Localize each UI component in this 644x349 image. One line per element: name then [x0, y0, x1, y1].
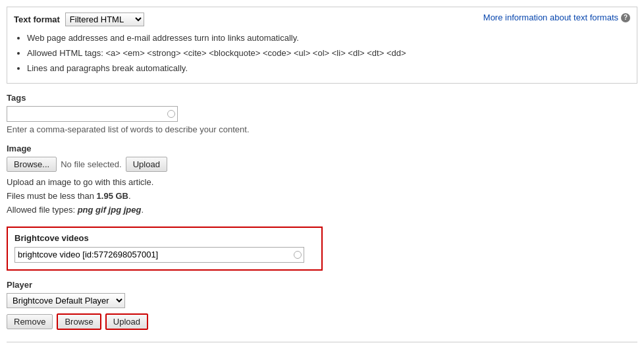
text-format-header: Text format Filtered HTMLFull HTMLPlain …: [14, 13, 630, 26]
tags-input-wrapper: [7, 106, 178, 122]
tags-section: Tags Enter a comma-separated list of wor…: [0, 93, 644, 144]
upload-info: Upload an image to go with this article.…: [7, 176, 637, 217]
upload-info-line3: Allowed file types:: [7, 205, 78, 215]
player-label: Player: [7, 280, 637, 290]
file-upload-row: Browse... No file selected. Upload: [7, 157, 637, 172]
brightcove-box: Brightcove videos: [7, 227, 323, 271]
text-format-select-wrapper[interactable]: Filtered HTMLFull HTMLPlain text: [65, 13, 144, 26]
brightcove-circle-icon: [294, 251, 302, 259]
player-select-wrapper[interactable]: Brightcove Default PlayerPlayer 2Player …: [7, 293, 125, 308]
format-info-item-1: Web page addresses and e-mail addresses …: [27, 32, 630, 45]
tags-hint: Enter a comma-separated list of words to…: [7, 124, 637, 134]
player-buttons-row: Remove Browse Upload: [7, 313, 637, 330]
image-upload-button[interactable]: Upload: [126, 157, 167, 172]
player-select[interactable]: Brightcove Default PlayerPlayer 2Player …: [7, 293, 125, 308]
format-info-item-2: Allowed HTML tags: <a> <em> <strong> <ci…: [27, 47, 630, 61]
format-info-list: Web page addresses and e-mail addresses …: [14, 32, 630, 75]
remove-button[interactable]: Remove: [7, 314, 53, 329]
help-icon: ?: [621, 13, 630, 22]
file-size: 1.95 GB: [97, 191, 128, 201]
player-section: Player Brightcove Default PlayerPlayer 2…: [0, 280, 644, 339]
bottom-divider: [7, 342, 637, 342]
file-types: png gif jpg jpeg: [78, 205, 142, 215]
brightcove-title: Brightcove videos: [14, 233, 315, 243]
player-browse-button[interactable]: Browse: [57, 313, 101, 330]
brightcove-input-wrapper: [14, 247, 304, 263]
image-browse-button[interactable]: Browse...: [7, 157, 57, 172]
tags-circle-icon: [167, 110, 175, 118]
tags-label: Tags: [7, 93, 637, 103]
more-info-link-text: More information about text formats: [483, 13, 618, 22]
no-file-text: No file selected.: [61, 159, 122, 169]
format-info-item-3: Lines and paragraphs break automatically…: [27, 62, 630, 76]
text-format-select[interactable]: Filtered HTMLFull HTMLPlain text: [65, 13, 144, 26]
more-info-link[interactable]: More information about text formats ?: [483, 13, 630, 22]
upload-info-line2: Files must be less than: [7, 191, 97, 201]
tags-input[interactable]: [7, 106, 178, 122]
brightcove-section: Brightcove videos: [0, 227, 644, 280]
upload-info-line1: Upload an image to go with this article.: [7, 177, 153, 187]
image-section: Image Browse... No file selected. Upload…: [0, 144, 644, 226]
text-format-section: Text format Filtered HTMLFull HTMLPlain …: [7, 7, 637, 84]
image-label: Image: [7, 144, 637, 153]
text-format-label: Text format: [14, 14, 60, 24]
player-upload-button[interactable]: Upload: [105, 313, 148, 330]
brightcove-input[interactable]: [14, 247, 304, 263]
